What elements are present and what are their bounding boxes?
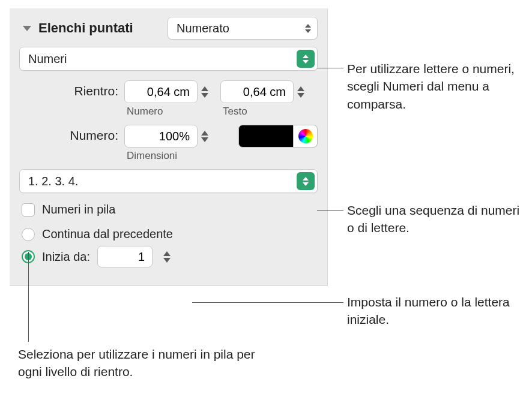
popup-indicator-icon (297, 172, 315, 190)
number-size-label: Numero: (19, 125, 124, 143)
callout-sequence: Scegli una sequenza di numeri o di lette… (347, 201, 527, 237)
list-format-panel: Elenchi puntati Numerato Numeri Rientro: (10, 8, 328, 286)
callout-line (192, 302, 343, 303)
stacked-numbers-checkbox[interactable] (22, 203, 35, 216)
indent-number-stepper[interactable] (124, 80, 208, 103)
number-format-popup[interactable]: Numeri (19, 47, 318, 71)
callout-start: Imposta il numero o la lettera iniziale. (347, 293, 521, 329)
callout-format: Per utilizzare lettere o numeri, scegli … (347, 60, 521, 113)
continue-from-previous-label: Continua dal precedente (42, 227, 173, 241)
color-wheel-icon (298, 129, 313, 143)
stepper-arrows-icon[interactable] (201, 131, 208, 142)
number-format-value: Numeri (28, 52, 67, 66)
number-size-caption: Dimensioni (127, 150, 208, 162)
indent-text-input[interactable] (220, 80, 294, 103)
stepper-arrows-icon[interactable] (163, 251, 171, 263)
number-sequence-value: 1. 2. 3. 4. (28, 175, 78, 188)
number-color-well[interactable] (238, 125, 294, 148)
number-sequence-popup[interactable]: 1. 2. 3. 4. (19, 169, 318, 193)
callout-line-vertical (28, 252, 29, 342)
callout-line (317, 68, 343, 68)
list-style-value: Numerato (177, 22, 229, 35)
disclosure-triangle-icon[interactable] (23, 26, 31, 31)
list-style-popup[interactable]: Numerato (168, 17, 318, 40)
popup-indicator-icon (297, 50, 315, 68)
start-from-input[interactable] (97, 246, 153, 267)
start-from-label: Inizia da: (42, 250, 90, 264)
continue-radio-row: Continua dal precedente (22, 227, 318, 241)
indent-label: Rientro: (19, 80, 124, 98)
indent-row: Rientro: Numero Testo (19, 80, 318, 118)
callout-stacked: Seleziona per utilizzare i numeri in pil… (18, 345, 270, 381)
indent-text-caption: Testo (223, 106, 304, 118)
start-from-radio-row: Inizia da: (22, 246, 318, 267)
number-size-stepper[interactable] (124, 125, 208, 148)
section-title: Elenchi puntati (38, 20, 133, 36)
callout-line (317, 210, 343, 211)
stepper-arrows-icon[interactable] (297, 86, 304, 98)
stepper-arrows-icon[interactable] (201, 86, 208, 98)
panel-header: Elenchi puntati Numerato (19, 17, 318, 40)
updown-chevrons-icon (305, 24, 311, 33)
stacked-numbers-row: Numeri in pila (22, 203, 318, 216)
color-picker-button[interactable] (294, 125, 318, 148)
indent-text-stepper[interactable] (220, 80, 304, 103)
indent-number-input[interactable] (124, 80, 198, 103)
number-size-input[interactable] (124, 125, 198, 148)
continue-from-previous-radio[interactable] (22, 228, 35, 241)
number-size-row: Numero: Dimensioni (19, 125, 318, 162)
indent-number-caption: Numero (127, 106, 208, 118)
stacked-numbers-label: Numeri in pila (42, 203, 115, 216)
